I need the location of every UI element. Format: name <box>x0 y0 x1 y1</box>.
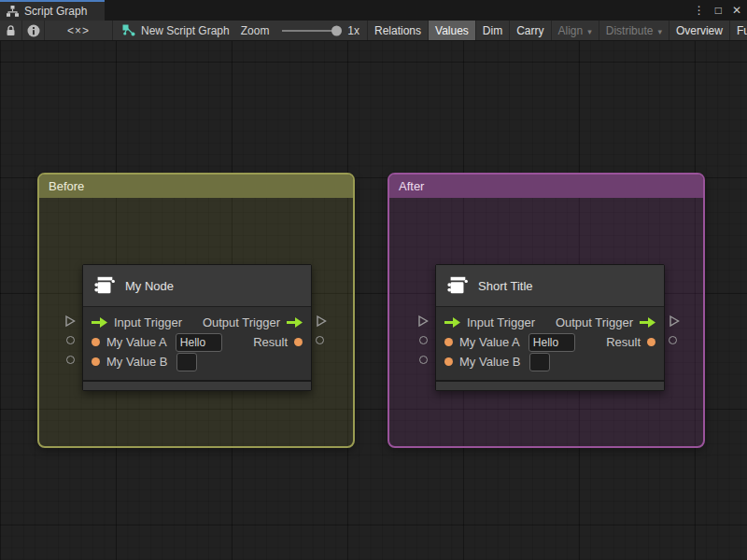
toolbar-button-dim[interactable]: Dim <box>476 21 510 40</box>
node-title: My Node <box>125 279 174 293</box>
value-field[interactable] <box>529 353 550 371</box>
port-row: My Value A Result <box>436 332 664 352</box>
flow-arrow-icon[interactable] <box>444 317 460 328</box>
ext-trigger-in-port[interactable] <box>416 315 430 328</box>
flow-arrow-icon[interactable] <box>287 317 303 328</box>
hierarchy-icon <box>7 6 19 17</box>
port-label: My Value B <box>106 355 168 369</box>
value-field[interactable] <box>529 333 575 352</box>
group-after-header[interactable]: After <box>389 175 703 198</box>
ext-trigger-out-port[interactable] <box>668 315 681 328</box>
button-label: Distribute <box>606 24 654 37</box>
unit-icon <box>446 274 469 297</box>
port-label: Result <box>606 335 641 349</box>
maximize-icon[interactable]: □ <box>715 0 722 21</box>
port-row: Input Trigger Output Trigger <box>83 313 311 332</box>
ext-trigger-in-port[interactable] <box>63 315 77 328</box>
toolbar-button-distribute[interactable]: Distribute ▾ <box>599 21 669 40</box>
port-row: My Value B <box>83 352 311 371</box>
button-label: Align <box>558 24 584 37</box>
port-label: Result <box>253 335 288 349</box>
ext-value-in-port[interactable] <box>419 356 428 364</box>
window-controls: ⋮ □ ✕ <box>694 0 741 21</box>
menu-icon[interactable]: ⋮ <box>694 0 705 21</box>
titlebar: Script Graph ⋮ □ ✕ <box>0 0 747 21</box>
code-view-icon: <×> <box>67 24 90 37</box>
button-label: Relations <box>374 24 421 37</box>
zoom-value: 1x <box>347 24 359 37</box>
node-footer <box>83 380 311 390</box>
tab-title: Script Graph <box>24 5 87 18</box>
port-row: My Value A Result <box>83 332 311 352</box>
port-label: My Value A <box>459 335 520 349</box>
node-ports: Input Trigger Output Trigger My Value A <box>436 307 664 380</box>
value-field[interactable] <box>176 333 222 352</box>
value-port-icon[interactable] <box>92 338 100 346</box>
zoom-slider[interactable] <box>282 30 338 32</box>
port-label: My Value A <box>106 335 167 349</box>
node-ports: Input Trigger Output Trigger My Value A <box>83 307 311 380</box>
graph-canvas[interactable]: Before After My Nod <box>0 41 747 560</box>
node-title: Short Title <box>478 279 533 293</box>
close-icon[interactable]: ✕ <box>732 0 741 21</box>
zoom-label: Zoom <box>241 24 270 37</box>
tab-script-graph[interactable]: Script Graph <box>0 0 105 21</box>
port-row: Input Trigger Output Trigger <box>436 313 664 332</box>
unit-icon <box>93 274 116 297</box>
flow-arrow-icon[interactable] <box>640 317 655 328</box>
port-label: Input Trigger <box>467 315 535 329</box>
value-port-icon[interactable] <box>444 357 453 366</box>
toolbar-button-values[interactable]: Values <box>429 21 476 40</box>
code-view-button[interactable]: <×> <box>45 21 113 40</box>
info-button[interactable] <box>22 21 45 40</box>
chevron-down-icon: ▾ <box>657 27 662 36</box>
node-my-node[interactable]: My Node Input Trigger Output Trigger <box>82 264 312 391</box>
port-label: Output Trigger <box>556 315 633 329</box>
node-header[interactable]: My Node <box>83 265 311 307</box>
ext-value-out-port[interactable] <box>316 336 324 344</box>
node-footer <box>436 380 664 390</box>
ext-value-out-port[interactable] <box>669 336 677 344</box>
graph-toolbar-section: New Script Graph Zoom 1x <box>113 21 368 40</box>
lock-button[interactable] <box>0 21 22 40</box>
button-label: Carry <box>516 24 543 37</box>
lock-icon <box>6 25 16 36</box>
flow-arrow-icon[interactable] <box>92 317 107 328</box>
ext-value-in-port[interactable] <box>66 356 75 364</box>
zoom-slider-handle[interactable] <box>331 25 342 35</box>
value-port-icon[interactable] <box>444 338 453 346</box>
button-label: Overview <box>676 24 723 37</box>
graph-name[interactable]: New Script Graph <box>141 24 230 37</box>
button-label: Dim <box>483 24 502 37</box>
chevron-down-icon: ▾ <box>587 27 592 36</box>
value-field[interactable] <box>176 353 197 371</box>
ext-value-in-port[interactable] <box>66 336 75 344</box>
toolbar-button-carry[interactable]: Carry <box>510 21 551 40</box>
info-icon <box>27 24 40 37</box>
graph-icon <box>122 24 135 36</box>
group-title: Before <box>49 179 84 193</box>
script-graph-window: Script Graph ⋮ □ ✕ <box>0 0 747 560</box>
port-label: Output Trigger <box>203 315 280 329</box>
node-short-title[interactable]: Short Title Input Trigger Output Trigger <box>435 264 665 391</box>
group-title: After <box>399 179 424 193</box>
toolbar-button-align[interactable]: Align ▾ <box>552 21 599 40</box>
ext-trigger-out-port[interactable] <box>315 315 328 328</box>
toolbar: <×> New Script Graph Zoom 1x Relations <box>0 21 747 41</box>
node-header[interactable]: Short Title <box>436 265 664 307</box>
port-row: My Value B <box>436 352 664 371</box>
button-label: Full Screen <box>737 24 747 37</box>
ext-value-in-port[interactable] <box>419 336 428 344</box>
value-port-icon[interactable] <box>647 338 655 346</box>
value-port-icon[interactable] <box>294 338 303 346</box>
group-before-header[interactable]: Before <box>39 175 353 198</box>
toolbar-button-relations[interactable]: Relations <box>368 21 429 40</box>
value-port-icon[interactable] <box>92 357 100 366</box>
button-label: Values <box>435 24 469 37</box>
port-label: Input Trigger <box>114 315 182 329</box>
toolbar-button-overview[interactable]: Overview <box>669 21 730 40</box>
toolbar-button-fullscreen[interactable]: Full Screen <box>730 21 747 40</box>
port-label: My Value B <box>459 355 521 369</box>
